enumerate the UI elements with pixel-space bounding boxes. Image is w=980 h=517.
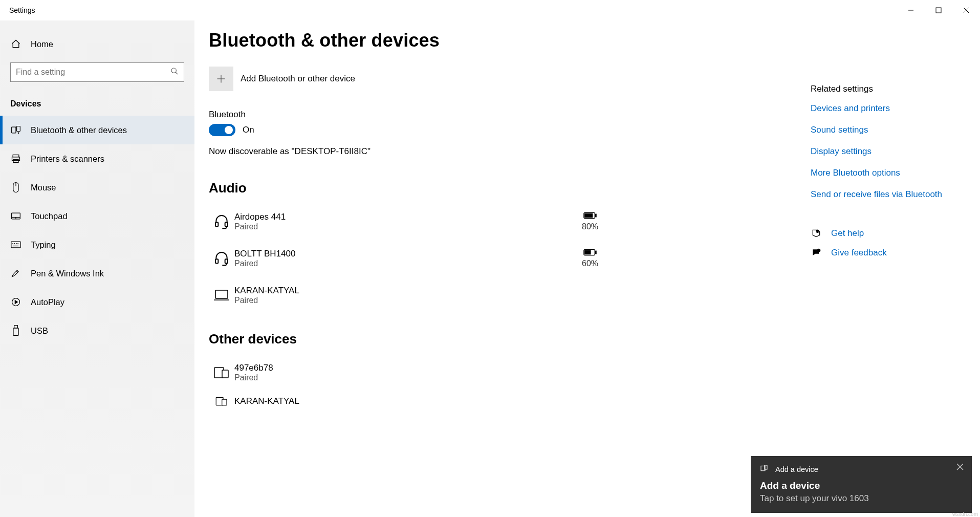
page-title: Bluetooth & other devices <box>209 30 613 51</box>
home-icon <box>10 39 21 49</box>
device-name: 497e6b78 <box>234 363 613 373</box>
laptop-icon <box>209 289 234 302</box>
rail-heading: Related settings <box>811 84 974 94</box>
sidebar-item-label: AutoPlay <box>31 297 64 307</box>
svg-rect-29 <box>215 222 218 226</box>
sidebar-item-autoplay[interactable]: AutoPlay <box>0 288 194 316</box>
sidebar-item-label: Mouse <box>31 183 56 192</box>
sidebar-item-label: Touchpad <box>31 211 68 221</box>
sidebar: Home Devices Bluetooth & other devices P… <box>0 20 194 517</box>
give-feedback-link[interactable]: Give feedback <box>811 248 974 258</box>
sidebar-item-usb[interactable]: USB <box>0 316 194 345</box>
search-icon <box>170 67 179 77</box>
bluetooth-devices-icon <box>10 125 21 135</box>
svg-rect-32 <box>595 214 596 217</box>
svg-rect-38 <box>585 250 591 254</box>
svg-rect-35 <box>225 259 228 263</box>
device-name: KARAN-KATYAL <box>234 396 613 406</box>
sidebar-item-mouse[interactable]: Mouse <box>0 173 194 202</box>
svg-rect-37 <box>595 251 596 254</box>
sidebar-item-bluetooth[interactable]: Bluetooth & other devices <box>0 116 194 144</box>
autoplay-icon <box>10 297 21 307</box>
search-input[interactable] <box>16 68 170 77</box>
svg-marker-24 <box>15 300 17 304</box>
usb-icon <box>10 325 21 336</box>
add-device-button[interactable]: Add Bluetooth or other device <box>209 67 613 91</box>
sidebar-item-label: USB <box>31 326 48 336</box>
rail-link-devices-printers[interactable]: Devices and printers <box>811 103 974 114</box>
watermark: wsxdn.com <box>952 511 978 517</box>
get-help-label: Get help <box>831 228 864 239</box>
rail-link-send-receive[interactable]: Send or receive files via Bluetooth <box>811 189 974 200</box>
add-device-label: Add Bluetooth or other device <box>241 74 355 84</box>
toast-close-button[interactable] <box>956 463 964 472</box>
svg-rect-44 <box>222 399 227 405</box>
get-help-link[interactable]: ? Get help <box>811 228 974 239</box>
svg-line-5 <box>176 72 178 74</box>
device-row[interactable]: KARAN-KATYAL <box>209 391 613 412</box>
bluetooth-label: Bluetooth <box>209 110 613 120</box>
svg-rect-9 <box>13 155 19 157</box>
battery-icon <box>583 212 597 221</box>
audio-heading: Audio <box>209 180 613 196</box>
svg-rect-7 <box>17 126 20 132</box>
close-button[interactable] <box>952 0 980 20</box>
toast-header: Add a device <box>775 465 818 473</box>
window-title: Settings <box>0 6 35 14</box>
sidebar-item-label: Typing <box>31 240 56 250</box>
sidebar-item-label: Printers & scanners <box>31 154 104 164</box>
maximize-button[interactable] <box>925 0 952 20</box>
sidebar-item-touchpad[interactable]: Touchpad <box>0 202 194 230</box>
other-heading: Other devices <box>209 331 613 347</box>
device-status: Paired <box>234 296 567 305</box>
sidebar-item-printers[interactable]: Printers & scanners <box>0 144 194 173</box>
rail-link-sound[interactable]: Sound settings <box>811 125 974 135</box>
give-feedback-label: Give feedback <box>831 248 887 258</box>
window-controls <box>897 0 980 20</box>
svg-point-8 <box>18 133 19 134</box>
discoverable-text: Now discoverable as "DESKTOP-T6II8IC" <box>209 146 613 157</box>
svg-point-47 <box>817 249 821 252</box>
svg-rect-30 <box>225 222 228 226</box>
toast-body: Tap to set up your vivo 1603 <box>760 493 963 504</box>
bluetooth-toggle[interactable] <box>209 124 235 136</box>
sidebar-section-label: Devices <box>0 82 194 116</box>
svg-rect-25 <box>14 326 18 328</box>
svg-rect-39 <box>215 290 228 298</box>
phone-tablet-icon <box>209 396 234 406</box>
svg-rect-34 <box>215 259 218 263</box>
sidebar-home-label: Home <box>31 39 53 49</box>
svg-rect-17 <box>11 242 20 248</box>
sidebar-item-label: Pen & Windows Ink <box>31 269 104 278</box>
search-input-wrap[interactable] <box>10 62 184 82</box>
sidebar-home[interactable]: Home <box>0 31 194 57</box>
device-row[interactable]: BOLTT BH1400 Paired 60% <box>209 240 613 277</box>
device-status: Paired <box>234 222 567 231</box>
rail-link-more-bluetooth[interactable]: More Bluetooth options <box>811 168 974 178</box>
svg-rect-1 <box>936 8 941 13</box>
toast-title: Add a device <box>760 480 963 491</box>
device-row[interactable]: KARAN-KATYAL Paired <box>209 277 613 314</box>
svg-rect-26 <box>13 328 18 335</box>
svg-rect-33 <box>585 213 593 217</box>
device-row[interactable]: 497e6b78 Paired <box>209 354 613 391</box>
keyboard-icon <box>10 241 21 248</box>
battery-percent: 80% <box>567 222 613 231</box>
device-status: Paired <box>234 373 613 382</box>
notification-toast[interactable]: Add a device Add a device Tap to set up … <box>751 456 972 513</box>
sidebar-item-typing[interactable]: Typing <box>0 230 194 259</box>
svg-point-4 <box>171 68 176 73</box>
phone-tablet-icon <box>209 366 234 379</box>
device-row[interactable]: Airdopes 441 Paired 80% <box>209 203 613 240</box>
content: Bluetooth & other devices Add Bluetooth … <box>194 20 980 517</box>
device-name: KARAN-KATYAL <box>234 286 567 296</box>
right-rail: Related settings Devices and printers So… <box>811 84 974 267</box>
rail-link-display[interactable]: Display settings <box>811 146 974 157</box>
devices-icon <box>760 464 768 474</box>
sidebar-item-pen[interactable]: Pen & Windows Ink <box>0 259 194 288</box>
minimize-button[interactable] <box>897 0 925 20</box>
sidebar-item-label: Bluetooth & other devices <box>31 125 127 135</box>
printer-icon <box>10 154 21 164</box>
svg-text:?: ? <box>817 230 818 233</box>
svg-rect-42 <box>222 370 228 378</box>
